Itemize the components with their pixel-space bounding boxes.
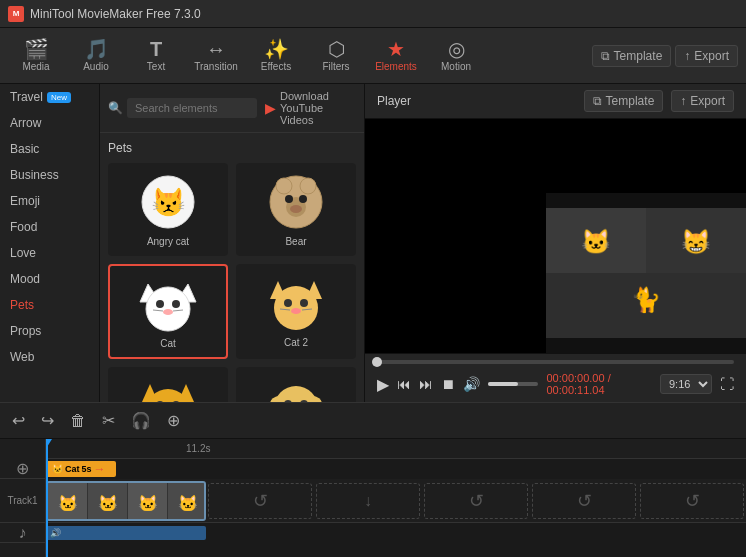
- export-player-icon: ↑: [680, 94, 686, 108]
- toolbar-media-label: Media: [22, 61, 49, 72]
- element-bear[interactable]: Bear: [236, 163, 356, 256]
- next-frame-button[interactable]: ⏭: [419, 376, 433, 392]
- volume-slider[interactable]: [488, 382, 538, 386]
- redo-button[interactable]: ↪: [37, 407, 58, 434]
- empty-slot-2: ↓: [316, 483, 420, 519]
- element-angry-cat[interactable]: 😾 Angry cat: [108, 163, 228, 256]
- sidebar-item-food[interactable]: Food: [0, 214, 99, 240]
- sidebar-web-label: Web: [10, 350, 34, 364]
- fullscreen-button[interactable]: ⛶: [720, 376, 734, 392]
- svg-point-33: [274, 386, 318, 402]
- bear-preview: [266, 172, 326, 232]
- sidebar-item-love[interactable]: Love: [0, 240, 99, 266]
- audio-icon: 🎵: [84, 39, 109, 59]
- sidebar-arrow-label: Arrow: [10, 116, 41, 130]
- video-thumbnail: 🐱 😸 🐈: [546, 193, 746, 353]
- sidebar-business-label: Business: [10, 168, 59, 182]
- export-icon: ↑: [684, 49, 690, 63]
- sidebar-item-emoji[interactable]: Emoji: [0, 188, 99, 214]
- player-video: 🐱 😸 🐈: [365, 119, 746, 353]
- crop-button[interactable]: ⊕: [163, 407, 184, 434]
- playhead[interactable]: [46, 439, 48, 557]
- toolbar-audio[interactable]: 🎵 Audio: [68, 32, 124, 80]
- toolbar-motion[interactable]: ◎ Motion: [428, 32, 484, 80]
- search-input[interactable]: [127, 98, 257, 118]
- progress-bar[interactable]: [377, 360, 734, 364]
- audio-clip-icon: 🔊: [50, 528, 61, 538]
- toolbar-audio-label: Audio: [83, 61, 109, 72]
- time-marker: 11.2s: [186, 443, 210, 454]
- prev-frame-button[interactable]: ⏮: [397, 376, 411, 392]
- element-cat2[interactable]: Cat 2: [236, 264, 356, 359]
- svg-point-20: [284, 299, 292, 307]
- svg-text:😸: 😸: [681, 227, 711, 256]
- progress-thumb[interactable]: [372, 357, 382, 367]
- element-cat[interactable]: Cat: [108, 264, 228, 359]
- element-cat3[interactable]: [108, 367, 228, 402]
- sidebar-item-basic[interactable]: Basic: [0, 136, 99, 162]
- sidebar-item-web[interactable]: Web: [0, 344, 99, 370]
- app-icon: M: [8, 6, 24, 22]
- sidebar: Travel New Arrow Basic Business Emoji Fo…: [0, 84, 100, 402]
- toolbar-filters[interactable]: ⬡ Filters: [308, 32, 364, 80]
- play-button[interactable]: ▶: [377, 375, 389, 394]
- sidebar-item-mood[interactable]: Mood: [0, 266, 99, 292]
- stop-button[interactable]: ⏹: [441, 376, 455, 392]
- track-add-bottom[interactable]: ♪: [0, 523, 45, 543]
- thumb3: 🐱: [128, 483, 168, 521]
- dog-preview: [266, 376, 326, 402]
- toolbar-media[interactable]: 🎬 Media: [8, 32, 64, 80]
- time-ruler: 11.2s: [46, 439, 746, 459]
- toolbar-effects[interactable]: ✨ Effects: [248, 32, 304, 80]
- cat-element-track[interactable]: 🐱 Cat 5s →: [46, 461, 116, 477]
- template-button[interactable]: ⧉ Template: [592, 45, 672, 67]
- cat-preview: [138, 274, 198, 334]
- delete-button[interactable]: 🗑: [66, 408, 90, 434]
- volume-button[interactable]: 🔊: [463, 376, 480, 392]
- cat-element-icon: 🐱: [52, 464, 63, 474]
- angry-cat-label: Angry cat: [147, 236, 189, 247]
- time-display: 00:00:00.00 / 00:00:11.04: [546, 372, 652, 396]
- sidebar-item-business[interactable]: Business: [0, 162, 99, 188]
- toolbar-elements[interactable]: ★ Elements: [368, 32, 424, 80]
- template-player-icon: ⧉: [593, 94, 602, 108]
- video-track-row: 🐱 🐱 🐱 🐱 ↺ ↓ ↺: [46, 479, 746, 523]
- elements-search-bar: 🔍 ▶ Download YouTube Videos: [100, 84, 364, 133]
- sidebar-item-props[interactable]: Props: [0, 318, 99, 344]
- sidebar-props-label: Props: [10, 324, 41, 338]
- cut-button[interactable]: ✂: [98, 407, 119, 434]
- video-clip[interactable]: 🐱 🐱 🐱 🐱: [46, 481, 206, 521]
- undo-button[interactable]: ↩: [8, 407, 29, 434]
- volume-fill: [488, 382, 518, 386]
- thumb2: 🐱: [88, 483, 128, 521]
- controls-row: ▶ ⏮ ⏭ ⏹ 🔊 00:00:00.00 / 00:00:11.04 9:16…: [377, 372, 734, 396]
- new-badge: New: [47, 92, 71, 103]
- track-add-top[interactable]: ⊕: [0, 459, 45, 479]
- toolbar-text[interactable]: T Text: [128, 32, 184, 80]
- element-dog[interactable]: [236, 367, 356, 402]
- aspect-ratio-select[interactable]: 9:16 16:9 1:1: [660, 374, 712, 394]
- audio-button[interactable]: 🎧: [127, 407, 155, 434]
- template-player-button[interactable]: ⧉ Template: [584, 90, 664, 112]
- export-player-button[interactable]: ↑ Export: [671, 90, 734, 112]
- svg-point-13: [172, 300, 180, 308]
- youtube-icon: ▶: [265, 100, 276, 116]
- svg-point-12: [156, 300, 164, 308]
- audio-clip[interactable]: 🔊: [46, 526, 206, 540]
- download-youtube-button[interactable]: ▶ Download YouTube Videos: [265, 90, 356, 126]
- svg-point-4: [300, 178, 316, 194]
- toolbar: 🎬 Media 🎵 Audio T Text ↔ Transition ✨ Ef…: [0, 28, 746, 84]
- toolbar-transition[interactable]: ↔ Transition: [188, 32, 244, 80]
- sidebar-travel-label: Travel: [10, 90, 43, 104]
- sidebar-item-pets[interactable]: Pets: [0, 292, 99, 318]
- sidebar-emoji-label: Emoji: [10, 194, 40, 208]
- elements-content: Pets 😾 Angry cat Bear: [100, 133, 364, 402]
- export-button[interactable]: ↑ Export: [675, 45, 738, 67]
- download-yt-label: Download YouTube Videos: [280, 90, 356, 126]
- toolbar-effects-label: Effects: [261, 61, 291, 72]
- svg-point-7: [299, 195, 307, 203]
- sidebar-item-arrow[interactable]: Arrow: [0, 110, 99, 136]
- edit-toolbar: ↩ ↪ 🗑 ✂ 🎧 ⊕: [0, 403, 746, 439]
- sidebar-item-travel[interactable]: Travel New: [0, 84, 99, 110]
- svg-point-14: [163, 309, 173, 315]
